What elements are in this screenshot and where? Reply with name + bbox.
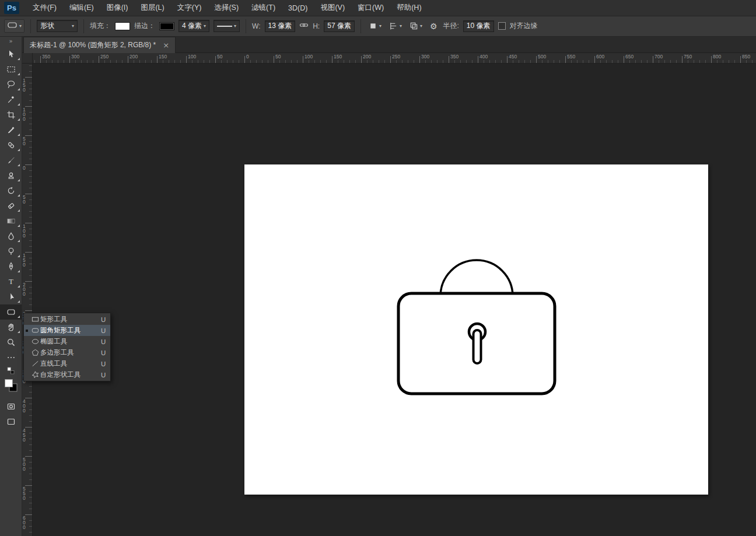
document-tab[interactable]: 未标题-1 @ 100% (圆角矩形 2, RGB/8) * × (23, 37, 176, 53)
divider (246, 19, 246, 33)
chevron-down-icon: ▾ (379, 23, 382, 29)
stroke-line-preview (217, 26, 232, 27)
path-operations-button[interactable]: ▾ (367, 20, 383, 31)
quick-mask-button[interactable] (0, 399, 22, 414)
healing-brush-tool[interactable] (0, 138, 22, 153)
menu-window[interactable]: 窗口(W) (351, 0, 390, 16)
menu-select[interactable]: 选择(S) (208, 0, 245, 16)
stroke-type-select[interactable]: ▾ (214, 20, 240, 32)
h-ruler-label: 400 (480, 54, 488, 59)
rectangular-marquee-tool[interactable] (0, 62, 22, 77)
crop-icon (7, 111, 15, 119)
menu-filter[interactable]: 滤镜(T) (245, 0, 282, 16)
fill-color-swatch[interactable] (115, 22, 130, 30)
menu-3d[interactable]: 3D(D) (282, 0, 314, 16)
stroke-label: 描边： (134, 21, 155, 31)
hand-icon (9, 324, 13, 331)
h-ruler-label: 200 (363, 54, 371, 59)
flyout-item-custom-shape-tool[interactable]: 自定形状工具 U (24, 369, 110, 380)
tool-mode-select[interactable]: 形状 ▾ (37, 20, 78, 32)
shape-width-input[interactable]: 13 像素 (265, 20, 296, 32)
brush-tool[interactable] (0, 153, 22, 168)
eyedropper-tool[interactable] (0, 122, 22, 138)
chevron-down-icon: ▾ (204, 23, 206, 29)
rounded-rectangle-tool[interactable] (0, 304, 22, 320)
close-icon[interactable]: × (163, 41, 169, 49)
shape-tool-flyout-menu: 矩形工具 U 圆角矩形工具 U 椭圆工具 U 多边形工具 U 直线工具 U 自定… (23, 313, 111, 381)
history-icon (11, 187, 12, 189)
menu-bar: Ps 文件(F) 编辑(E) 图像(I) 图层(L) 文字(Y) 选择(S) 滤… (0, 0, 756, 16)
path-alignment-button[interactable]: ▾ (387, 20, 404, 31)
radius-input[interactable]: 10 像素 (463, 20, 494, 32)
h-ruler-label: 750 (684, 54, 692, 59)
chevron-down-icon: ▾ (234, 23, 236, 29)
stroke-color-swatch[interactable] (159, 22, 174, 30)
divider (360, 19, 361, 33)
horizontal-ruler[interactable]: 3503002502001501005005010015020025030035… (32, 52, 756, 64)
crop-tool[interactable] (0, 107, 22, 122)
lasso-icon (8, 81, 14, 87)
menu-view[interactable]: 视图(V) (314, 0, 351, 16)
move-icon (9, 51, 13, 58)
hand-tool[interactable] (0, 320, 22, 335)
eraser-tool[interactable] (0, 198, 22, 213)
magnifier-icon (12, 344, 15, 346)
shape-height-input[interactable]: 57 像素 (324, 20, 355, 32)
menu-type[interactable]: 文字(Y) (171, 0, 208, 16)
align-edges-checkbox[interactable] (498, 22, 506, 30)
lasso-tool[interactable] (0, 77, 22, 92)
eyedropper-icon (8, 128, 13, 133)
pen-tool[interactable] (0, 259, 22, 274)
blur-tool[interactable] (0, 229, 22, 244)
path-selection-tool[interactable] (0, 289, 22, 304)
move-tool[interactable] (0, 47, 22, 62)
menu-file[interactable]: 文件(F) (26, 0, 63, 16)
ellipse-icon (30, 337, 40, 346)
default-colors-icon (10, 371, 14, 374)
menu-edit[interactable]: 编辑(E) (63, 0, 100, 16)
edit-toolbar-button[interactable] (0, 350, 22, 365)
foreground-color-swatch (5, 380, 12, 387)
stroke-width-value: 4 像素 (182, 21, 202, 31)
default-colors-button[interactable] (0, 365, 22, 377)
menu-help[interactable]: 帮助(H) (390, 0, 428, 16)
wand-icon (8, 96, 14, 103)
path-arrangement-button[interactable]: ▾ (408, 20, 424, 31)
vertical-ruler[interactable]: 1501005005010015020025030035040045050055… (22, 63, 33, 536)
dodge-tool[interactable] (0, 244, 22, 259)
custom-shape-icon (30, 370, 40, 379)
foreground-background-swatches[interactable] (0, 377, 22, 394)
radius-label: 半径: (443, 21, 459, 31)
h-ruler-label: 150 (159, 54, 167, 59)
divider (83, 19, 84, 33)
geometry-options-button[interactable]: ⚙ (428, 21, 439, 31)
quick-selection-tool[interactable] (0, 92, 22, 107)
gradient-tool[interactable] (0, 213, 22, 229)
v-ruler-label: 500 (23, 457, 27, 471)
flyout-item-ellipse-tool[interactable]: 椭圆工具 U (24, 336, 110, 347)
clone-stamp-tool[interactable] (0, 168, 22, 183)
flyout-item-rectangle-tool[interactable]: 矩形工具 U (24, 314, 110, 325)
link-dimensions-icon[interactable] (299, 20, 309, 31)
toolbar-collapse-button[interactable]: » (0, 36, 22, 47)
toolbar: » T (0, 36, 22, 536)
zoom-tool[interactable] (0, 335, 22, 350)
h-ruler-label: 350 (42, 54, 50, 59)
type-tool[interactable]: T (0, 274, 22, 289)
stroke-width-combo[interactable]: 4 像素 ▾ (178, 20, 209, 32)
h-ruler-label: 250 (392, 54, 400, 59)
h-ruler-label: 100 (188, 54, 196, 59)
menu-image[interactable]: 图像(I) (100, 0, 135, 16)
h-ruler-label: 150 (334, 54, 342, 59)
radius-value: 10 像素 (467, 21, 491, 31)
tool-preset-picker[interactable]: ▾ (4, 19, 24, 33)
flyout-item-line-tool[interactable]: 直线工具 U (24, 358, 110, 369)
flyout-item-rounded-rectangle-tool[interactable]: 圆角矩形工具 U (24, 325, 110, 336)
screen-mode-button[interactable] (0, 414, 22, 429)
flyout-item-polygon-tool[interactable]: 多边形工具 U (24, 347, 110, 358)
v-ruler-label: 450 (23, 428, 27, 442)
photoshop-logo: Ps (4, 2, 19, 14)
history-brush-tool[interactable] (0, 183, 22, 198)
menu-layer[interactable]: 图层(L) (134, 0, 170, 16)
document-canvas[interactable] (244, 164, 708, 495)
